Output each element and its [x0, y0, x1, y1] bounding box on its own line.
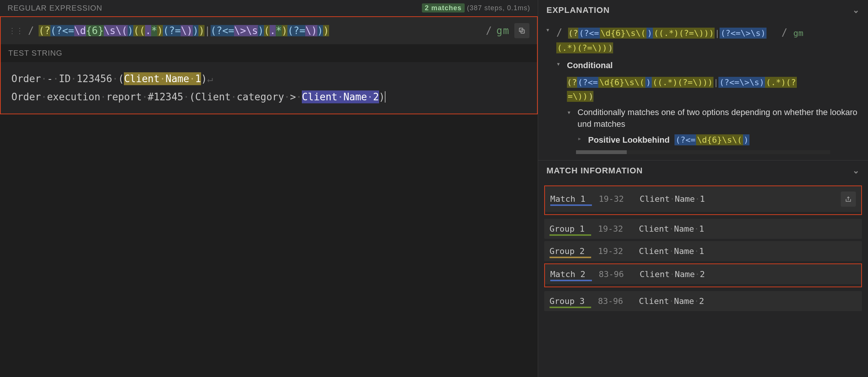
export-button[interactable] [841, 192, 856, 207]
regex-flags[interactable]: gm [496, 25, 510, 36]
copy-icon [518, 27, 526, 34]
match-info-section: MATCH INFORMATION ⌄ Match 119-32Client·N… [538, 160, 868, 377]
group-text: Client·Name·2 [639, 296, 857, 306]
regex-input-row[interactable]: ⋮⋮ / (?(?<=\d{6}\s\()((.*)(?=\)))|(?<=\>… [1, 17, 537, 44]
tree-lookbehind[interactable]: ▸ Positive Lookbehind (?<=\d{6}\s\() [546, 131, 860, 148]
match-count: 2 matches [422, 3, 465, 12]
explanation-header: EXPLANATION [546, 5, 610, 15]
chevron-down-icon[interactable]: ⌄ [852, 5, 860, 15]
group-row[interactable]: Group 383-96Client·Name·2 [544, 291, 862, 311]
match-range: 19-32 [599, 194, 633, 204]
group-range: 83-96 [598, 296, 632, 306]
tree-toggle-icon[interactable]: ▸ [578, 133, 585, 145]
group-row[interactable]: Group 219-32Client·Name·1 [544, 241, 862, 261]
regex-delim-close: / [486, 25, 492, 36]
tree-root[interactable]: ▾ / (?(?<=\d{6}\s\()((.*)(?=\)))|(?<=\>\… [546, 23, 860, 57]
group-text: Client·Name·1 [639, 224, 857, 234]
test-string-header: TEST STRING [1, 44, 537, 62]
match-row[interactable]: Match 119-32Client·Name·1 [545, 186, 861, 212]
match-label: Match 1 [550, 194, 592, 204]
matchinfo-header: MATCH INFORMATION [546, 166, 643, 176]
match-range: 83-96 [599, 270, 633, 279]
regex-header-label: REGULAR EXPRESSION [8, 4, 102, 12]
group-text: Client·Name·1 [639, 246, 857, 256]
group-range: 19-32 [598, 224, 632, 234]
group-label: Group 1 [550, 224, 591, 234]
tree-conditional-pattern: (?(?<=\d{6}\s\()((.*)(?=\)))|(?<=\>\s)(.… [546, 74, 860, 105]
chevron-down-icon[interactable]: ⌄ [852, 166, 860, 176]
test-line-2: Order·execution·report·#12345·(Client·ca… [11, 88, 526, 106]
group-label: Group 2 [550, 246, 591, 256]
match-text: Client·Name·2 [640, 270, 856, 279]
match-text: Client·Name·1 [640, 194, 834, 204]
match-block: Match 119-32Client·Name·1 [544, 185, 862, 215]
match-label: Match 2 [550, 270, 592, 279]
copy-button[interactable] [514, 23, 529, 38]
status-detail: (387 steps, 0.1ms) [467, 4, 530, 12]
explanation-section: EXPLANATION ⌄ ▾ / (?(?<=\d{6}\s\()((.*)(… [538, 0, 868, 160]
group-row[interactable]: Group 119-32Client·Name·1 [544, 219, 862, 239]
status-badge: 2 matches (387 steps, 0.1ms) [422, 4, 530, 12]
test-string-input[interactable]: Order·-·ID·123456·(Client·Name·1)↵ Order… [1, 62, 537, 114]
test-line-1: Order·-·ID·123456·(Client·Name·1)↵ [11, 70, 526, 88]
tree-toggle-icon[interactable]: ▾ [556, 58, 564, 70]
scrollbar-thumb[interactable] [576, 150, 627, 154]
regex-section-header: REGULAR EXPRESSION 2 matches (387 steps,… [0, 0, 538, 16]
explanation-scrollbar[interactable] [576, 150, 830, 154]
match-row[interactable]: Match 283-96Client·Name·2 [545, 264, 861, 284]
regex-pattern-input[interactable]: (?(?<=\d{6}\s\()((.*)(?=\)))|(?<=\>\s)(.… [39, 25, 481, 36]
drag-handle-icon[interactable]: ⋮⋮ [8, 26, 23, 35]
tree-toggle-icon[interactable]: ▾ [567, 107, 575, 118]
regex-delim-open: / [28, 25, 34, 36]
match-block: Match 283-96Client·Name·2 [544, 263, 862, 287]
tree-toggle-icon[interactable]: ▾ [546, 24, 553, 36]
tree-conditional-desc[interactable]: ▾ Conditionally matches one of two optio… [546, 105, 860, 132]
group-label: Group 3 [550, 296, 591, 306]
export-icon [845, 196, 852, 203]
tree-conditional[interactable]: ▾ Conditional [546, 57, 860, 74]
group-range: 19-32 [598, 246, 632, 256]
